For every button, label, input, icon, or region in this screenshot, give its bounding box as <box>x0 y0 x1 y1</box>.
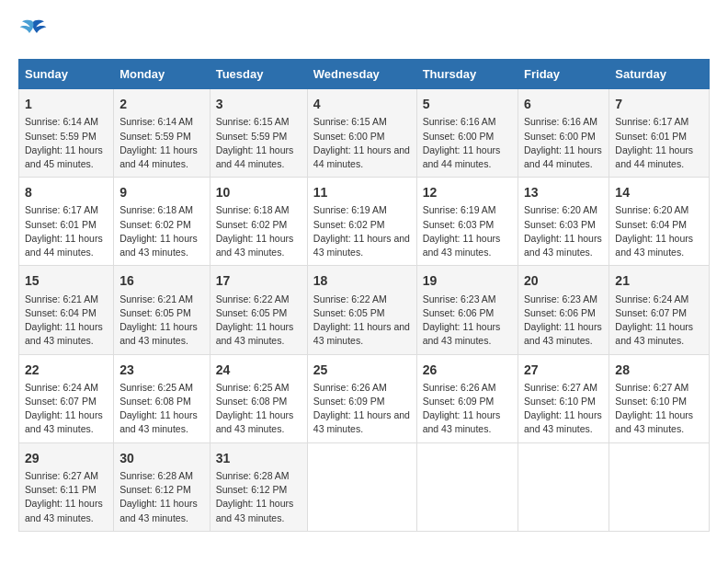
sunrise-text: Sunrise: 6:16 AM <box>423 116 496 127</box>
sunset-text: Sunset: 6:02 PM <box>313 219 385 230</box>
calendar-cell: 31 Sunrise: 6:28 AM Sunset: 6:12 PM Dayl… <box>210 442 307 531</box>
calendar-cell: 7 Sunrise: 6:17 AM Sunset: 6:01 PM Dayli… <box>609 89 710 178</box>
day-number: 13 <box>524 183 603 201</box>
calendar-cell: 18 Sunrise: 6:22 AM Sunset: 6:05 PM Dayl… <box>307 266 416 354</box>
calendar-cell: 15 Sunrise: 6:21 AM Sunset: 6:04 PM Dayl… <box>19 266 114 354</box>
sunset-text: Sunset: 5:59 PM <box>25 131 97 142</box>
calendar-cell: 30 Sunrise: 6:28 AM Sunset: 6:12 PM Dayl… <box>114 442 210 531</box>
daylight-text: Daylight: 11 hours and 43 minutes. <box>119 409 198 434</box>
daylight-text: Daylight: 11 hours and 44 minutes. <box>313 144 410 169</box>
sunrise-text: Sunrise: 6:28 AM <box>216 470 290 481</box>
sunrise-text: Sunrise: 6:19 AM <box>313 204 387 215</box>
daylight-text: Daylight: 11 hours and 43 minutes. <box>615 233 693 258</box>
day-number: 8 <box>25 183 108 201</box>
sunrise-text: Sunrise: 6:28 AM <box>119 470 193 481</box>
calendar-cell: 14 Sunrise: 6:20 AM Sunset: 6:04 PM Dayl… <box>609 178 710 266</box>
day-number: 1 <box>25 95 108 113</box>
calendar-cell <box>518 442 609 531</box>
calendar-cell: 21 Sunrise: 6:24 AM Sunset: 6:07 PM Dayl… <box>609 266 710 354</box>
calendar-cell <box>609 442 710 531</box>
daylight-text: Daylight: 11 hours and 43 minutes. <box>313 233 410 258</box>
daylight-text: Daylight: 11 hours and 43 minutes. <box>313 409 410 434</box>
daylight-text: Daylight: 11 hours and 44 minutes. <box>524 144 602 169</box>
daylight-text: Daylight: 11 hours and 44 minutes. <box>119 144 198 169</box>
daylight-text: Daylight: 11 hours and 43 minutes. <box>615 409 693 434</box>
sunset-text: Sunset: 6:01 PM <box>25 219 97 230</box>
sunrise-text: Sunrise: 6:26 AM <box>313 382 387 393</box>
sunset-text: Sunset: 6:10 PM <box>615 396 687 407</box>
weekday-header-friday: Friday <box>518 60 609 89</box>
calendar-cell <box>416 442 518 531</box>
sunrise-text: Sunrise: 6:17 AM <box>615 116 688 127</box>
daylight-text: Daylight: 11 hours and 43 minutes. <box>524 409 602 434</box>
sunrise-text: Sunrise: 6:20 AM <box>524 204 597 215</box>
day-number: 9 <box>119 183 204 201</box>
day-number: 7 <box>615 95 703 113</box>
sunrise-text: Sunrise: 6:27 AM <box>615 382 688 393</box>
sunrise-text: Sunrise: 6:15 AM <box>313 116 387 127</box>
daylight-text: Daylight: 11 hours and 43 minutes. <box>423 321 501 346</box>
day-number: 4 <box>313 95 411 113</box>
calendar-cell: 11 Sunrise: 6:19 AM Sunset: 6:02 PM Dayl… <box>307 178 416 266</box>
sunrise-text: Sunrise: 6:22 AM <box>313 293 387 304</box>
daylight-text: Daylight: 11 hours and 43 minutes. <box>216 498 294 523</box>
calendar-week-row: 1 Sunrise: 6:14 AM Sunset: 5:59 PM Dayli… <box>19 89 710 178</box>
calendar-cell: 26 Sunrise: 6:26 AM Sunset: 6:09 PM Dayl… <box>416 354 518 442</box>
day-number: 5 <box>423 95 512 113</box>
sunset-text: Sunset: 6:04 PM <box>615 219 687 230</box>
page-header <box>18 18 710 44</box>
day-number: 16 <box>119 271 204 290</box>
sunset-text: Sunset: 6:06 PM <box>423 307 495 318</box>
day-number: 30 <box>119 449 204 467</box>
day-number: 22 <box>25 361 108 379</box>
sunset-text: Sunset: 6:06 PM <box>524 307 596 318</box>
sunset-text: Sunset: 6:05 PM <box>313 307 385 318</box>
calendar-cell: 9 Sunrise: 6:18 AM Sunset: 6:02 PM Dayli… <box>114 178 210 266</box>
sunset-text: Sunset: 6:04 PM <box>25 307 97 318</box>
day-number: 29 <box>25 449 108 467</box>
calendar-cell: 27 Sunrise: 6:27 AM Sunset: 6:10 PM Dayl… <box>518 354 609 442</box>
day-number: 2 <box>119 95 204 113</box>
sunset-text: Sunset: 6:00 PM <box>423 131 495 142</box>
calendar-cell: 5 Sunrise: 6:16 AM Sunset: 6:00 PM Dayli… <box>416 89 518 178</box>
daylight-text: Daylight: 11 hours and 43 minutes. <box>25 498 103 523</box>
calendar-cell: 23 Sunrise: 6:25 AM Sunset: 6:08 PM Dayl… <box>114 354 210 442</box>
day-number: 21 <box>615 271 703 290</box>
sunset-text: Sunset: 6:00 PM <box>524 131 596 142</box>
daylight-text: Daylight: 11 hours and 43 minutes. <box>25 409 103 434</box>
sunset-text: Sunset: 6:12 PM <box>216 484 288 495</box>
daylight-text: Daylight: 11 hours and 44 minutes. <box>25 233 103 258</box>
calendar-cell: 22 Sunrise: 6:24 AM Sunset: 6:07 PM Dayl… <box>19 354 114 442</box>
calendar-header-row: SundayMondayTuesdayWednesdayThursdayFrid… <box>19 60 710 89</box>
sunrise-text: Sunrise: 6:17 AM <box>25 204 98 215</box>
day-number: 27 <box>524 361 603 379</box>
daylight-text: Daylight: 11 hours and 43 minutes. <box>423 409 501 434</box>
calendar-week-row: 15 Sunrise: 6:21 AM Sunset: 6:04 PM Dayl… <box>19 266 710 354</box>
daylight-text: Daylight: 11 hours and 44 minutes. <box>216 144 294 169</box>
daylight-text: Daylight: 11 hours and 43 minutes. <box>119 321 198 346</box>
weekday-header-wednesday: Wednesday <box>307 60 416 89</box>
day-number: 23 <box>119 361 204 379</box>
calendar-cell: 28 Sunrise: 6:27 AM Sunset: 6:10 PM Dayl… <box>609 354 710 442</box>
calendar-week-row: 29 Sunrise: 6:27 AM Sunset: 6:11 PM Dayl… <box>19 442 710 531</box>
sunrise-text: Sunrise: 6:25 AM <box>119 382 193 393</box>
sunrise-text: Sunrise: 6:14 AM <box>25 116 98 127</box>
calendar-body: 1 Sunrise: 6:14 AM Sunset: 5:59 PM Dayli… <box>19 89 710 532</box>
day-number: 18 <box>313 271 411 290</box>
daylight-text: Daylight: 11 hours and 43 minutes. <box>524 321 602 346</box>
sunrise-text: Sunrise: 6:19 AM <box>423 204 496 215</box>
day-number: 3 <box>216 95 301 113</box>
sunset-text: Sunset: 6:05 PM <box>216 307 288 318</box>
sunrise-text: Sunrise: 6:15 AM <box>216 116 290 127</box>
sunrise-text: Sunrise: 6:21 AM <box>119 293 193 304</box>
sunset-text: Sunset: 6:05 PM <box>119 307 191 318</box>
daylight-text: Daylight: 11 hours and 44 minutes. <box>615 144 693 169</box>
sunrise-text: Sunrise: 6:23 AM <box>524 293 597 304</box>
calendar-cell: 24 Sunrise: 6:25 AM Sunset: 6:08 PM Dayl… <box>210 354 307 442</box>
day-number: 17 <box>216 271 301 290</box>
day-number: 19 <box>423 271 512 290</box>
day-number: 20 <box>524 271 603 290</box>
day-number: 6 <box>524 95 603 113</box>
sunset-text: Sunset: 6:08 PM <box>119 396 191 407</box>
sunrise-text: Sunrise: 6:23 AM <box>423 293 496 304</box>
